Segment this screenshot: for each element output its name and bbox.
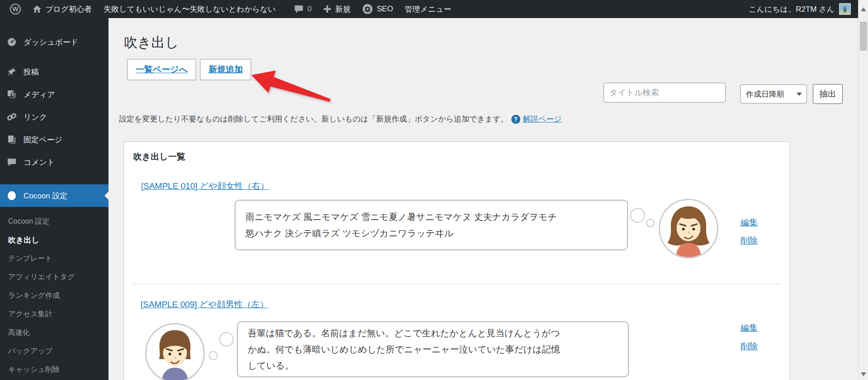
seo-menu[interactable]: SEO [359, 0, 396, 18]
scrollbar-thumb[interactable] [860, 22, 867, 51]
delete-link-sample-009[interactable]: 削除 [741, 341, 758, 352]
filter-button[interactable]: 抽出 [813, 84, 843, 104]
sidebar-item-dashboard[interactable]: ダッシュボード [0, 31, 108, 53]
avatar-woman [659, 199, 718, 258]
kanri-menu[interactable]: 管理メニュー [401, 0, 455, 18]
panel-title: 吹き出し一覧 [133, 151, 185, 163]
submenu-cocoon-settings[interactable]: Cocoon 設定 [0, 212, 108, 231]
delete-link-sample-010[interactable]: 削除 [741, 235, 758, 247]
site-menu[interactable]: ブログ初心者 [29, 0, 95, 18]
comment-bubble-icon [294, 4, 304, 14]
speech-bubble-sample-010: 雨ニモマケズ 風ニモマケズ 雪ニモ夏ノ暑サニモマケヌ 丈夫ナカラダヲモチ 慾ハナ… [235, 200, 628, 250]
sidebar: ダッシュボード 投稿 メディア リンク 固定ページ コメント C [0, 18, 108, 380]
comments-menu[interactable]: 0 [290, 0, 315, 18]
thought-circle-small [646, 219, 655, 227]
avatar-man [145, 323, 205, 380]
home-icon [33, 5, 42, 14]
cocoon-icon [6, 191, 17, 201]
row-title-sample-010[interactable]: [SAMPLE 010] どや顔女性（右） [141, 180, 269, 192]
edit-link-sample-010[interactable]: 編集 [741, 217, 758, 229]
submenu-affiliate-tag[interactable]: アフィリエイトタグ [0, 268, 108, 286]
greeting[interactable]: こんにちは、R2TM さん [749, 4, 835, 14]
media-icon [6, 89, 17, 99]
sidebar-item-posts[interactable]: 投稿 [0, 61, 108, 83]
submenu-speedup[interactable]: 高速化 [0, 324, 108, 342]
submenu-cache-clear[interactable]: キャッシュ削除 [0, 361, 108, 379]
sidebar-item-media[interactable]: メディア [0, 83, 108, 106]
admin-bar: W ブログ初心者 失敗してもいいじゃん〜失敗しないとわからない 0 新規 SEO [0, 0, 858, 18]
submenu-template[interactable]: テンプレート [0, 249, 108, 268]
sidebar-item-links[interactable]: リンク [0, 106, 108, 128]
sidebar-item-pages[interactable]: 固定ページ [0, 128, 108, 151]
submenu-access-stats[interactable]: アクセス集計 [0, 305, 108, 324]
row-title-sample-009[interactable]: [SAMPLE 009] どや顔男性（左） [141, 299, 269, 310]
sidebar-item-cocoon-settings[interactable]: Cocoon 設定 [0, 184, 108, 207]
thought-circle-large [630, 208, 645, 223]
sort-order-select[interactable]: 作成日降順 [740, 84, 807, 103]
comment-count: 0 [307, 5, 311, 14]
speech-bubble-sample-009: 吾輩は猫である。名前はまだ無い。どこで生れたかとんと見当けんとうがつ かぬ。何で… [237, 321, 629, 377]
wordpress-logo-icon[interactable]: W [6, 0, 24, 18]
edit-link-sample-009[interactable]: 編集 [741, 322, 758, 334]
chevron-down-icon [797, 93, 802, 96]
page-title: 吹き出し [124, 33, 179, 52]
page-description: 設定を変更したり不要なものは削除してご利用ください。新しいものは「新規作成」ボタ… [119, 114, 561, 124]
submenu-ranking[interactable]: ランキング作成 [0, 286, 108, 305]
plus-icon [323, 5, 331, 13]
row-separator [133, 284, 781, 284]
cocoon-submenu: Cocoon 設定 吹き出し テンプレート アフィリエイトタグ ランキング作成 … [0, 207, 108, 379]
dashboard-icon [6, 37, 17, 47]
add-new-button[interactable]: 新規追加 [200, 59, 251, 80]
gear-icon [362, 4, 373, 14]
list-page-button[interactable]: 一覧ページへ [127, 59, 196, 80]
help-link[interactable]: 解説ページ [523, 114, 562, 124]
scroll-up-arrow-icon[interactable] [861, 7, 866, 11]
pushpin-icon [6, 67, 17, 77]
vertical-scrollbar[interactable] [858, 0, 868, 380]
submenu-backup[interactable]: バックアップ [0, 342, 108, 361]
new-content-menu[interactable]: 新規 [320, 0, 354, 18]
thought-circle-large [219, 332, 234, 347]
page-actions: 一覧ページへ 新規追加 [127, 59, 251, 80]
red-annotation-arrow [248, 67, 335, 106]
comment-icon [6, 157, 17, 167]
pages-icon [6, 135, 17, 145]
title-search-input[interactable] [604, 83, 726, 103]
help-icon: ? [511, 115, 520, 124]
sidebar-item-comments[interactable]: コメント [0, 151, 108, 174]
submenu-speech-bubble[interactable]: 吹き出し [0, 231, 108, 249]
user-avatar[interactable] [839, 3, 851, 15]
speech-bubble-list-panel: 吹き出し一覧 [SAMPLE 010] どや顔女性（右） 雨ニモマケズ 風ニモマ… [123, 141, 790, 380]
thought-circle-small [209, 351, 218, 360]
scroll-down-arrow-icon[interactable] [861, 372, 866, 376]
site-tagline: 失敗してもいいじゃん〜失敗しないとわからない [100, 0, 279, 18]
site-name: ブログ初心者 [45, 4, 92, 14]
link-icon [6, 112, 17, 122]
